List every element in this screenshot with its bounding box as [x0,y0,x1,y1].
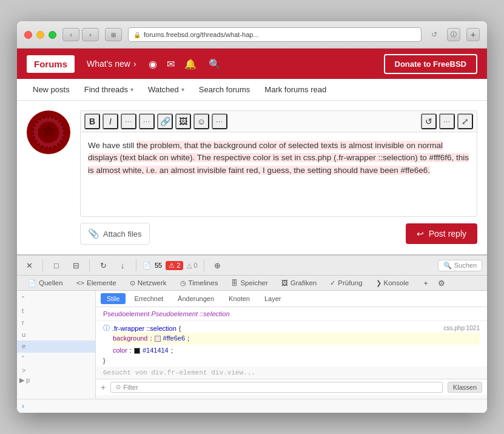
url-text: forums.freebsd.org/threads/what-hap... [144,31,259,38]
devtools-toolbar: ✕ □ ⊟ ↻ ↓ 📄 55 ⚠ 2 △ 0 ⊕ 🔍 Suchen [17,256,487,276]
sub-tab-knoten[interactable]: Knoten [223,293,256,304]
add-tab-button[interactable]: + [418,276,433,290]
tab-grafiken[interactable]: 🖼 Grafiken [275,276,323,290]
console-area[interactable]: › [17,399,487,413]
devtools-split-button[interactable]: ⊟ [69,258,83,273]
editor-actions: 📎 Attach files ↩ Post reply [80,223,477,245]
italic-button[interactable]: I [102,114,118,129]
prop-value-color: #141414 [143,345,169,357]
rule-origin[interactable]: css.php:1021 [444,325,480,331]
info-button[interactable]: ⓘ [447,28,460,41]
tab-pruefung[interactable]: ✓ Prüfung [324,276,368,290]
title-bar: ‹ › ⊞ 🔒 forums.freebsd.org/threads/what-… [17,21,487,49]
konsole-icon: ❯ [376,279,381,287]
tab-elemente[interactable]: <> Elemente [70,276,123,290]
sub-tab-aenderungen[interactable]: Änderungen [172,293,220,304]
undo-button[interactable]: ↺ [421,114,437,129]
new-posts-label: New posts [33,85,70,94]
target-button[interactable]: ⊕ [210,258,225,273]
editor-toolbar: B I ··· ··· 🔗 🖼 ☺ ··· ↺ ··· ⤢ [80,110,477,132]
lock-icon: 🔒 [133,32,141,38]
minimize-window-button[interactable] [36,31,44,39]
sub-tab-stile[interactable]: Stile [101,293,126,304]
netzwerk-icon: ⊙ [130,279,135,287]
attach-files-button[interactable]: 📎 Attach files [80,223,150,245]
tab-quellen[interactable]: 📄 Quellen [22,276,69,290]
devtools-left-panel: " t r u e " > ▶ p [17,291,96,399]
rule-selector-text[interactable]: .fr-wrapper ::selection [112,325,176,332]
whats-new-nav[interactable]: What's new › [79,59,144,69]
tab-timelines[interactable]: ◷ Timelines [174,276,224,290]
css-property-color[interactable]: color : #141414 ; [113,345,480,357]
maximize-window-button[interactable] [49,31,56,39]
sidebar-item-new-posts[interactable]: New posts [27,79,76,101]
devtools-search[interactable]: 🔍 Suchen [438,260,482,271]
sub-tab-layer[interactable]: Layer [258,293,287,304]
tab-speicher[interactable]: 🗄 Speicher [225,276,274,290]
bold-button[interactable]: B [84,114,100,129]
quellen-label: Quellen [39,279,63,287]
nav-buttons: ‹ › [62,28,99,41]
post-reply-icon: ↩ [417,229,424,239]
css-rule: ⓘ .fr-wrapper ::selection { css.php:1021… [96,321,487,367]
more-rich-button[interactable]: ··· [212,114,227,129]
site-logo[interactable]: Forums [27,55,75,73]
timelines-label: Timelines [189,279,218,287]
more-format-button[interactable]: ··· [439,114,455,129]
refresh-button[interactable]: ↺ [428,28,441,41]
search-icon[interactable]: 🔍 [209,58,221,70]
paperclip-icon: 📎 [88,228,99,239]
pseudo-element-label: Pseudoelement [103,310,152,317]
expand-button[interactable]: ⤢ [457,114,473,129]
seal-svg [28,112,69,153]
prop-colon: : [150,333,152,345]
konsole-label: Konsole [384,279,409,287]
find-threads-chevron-icon: ▾ [130,86,133,93]
settings-button[interactable]: ⚙ [434,276,449,290]
tab-konsole[interactable]: ❯ Konsole [370,276,415,290]
left-line: t [17,305,95,317]
emoji-button[interactable]: ☺ [193,114,209,129]
quellen-icon: 📄 [28,279,36,287]
left-line-selected[interactable]: e [17,341,95,353]
devtools-refresh-button[interactable]: ↻ [96,258,110,273]
tab-view-button[interactable]: ⊞ [105,28,122,41]
post-reply-button[interactable]: ↩ Post reply [406,223,477,244]
paragraph-button[interactable]: ··· [139,114,155,129]
color-swatch[interactable] [134,348,140,354]
whats-new-label: What's new [87,59,130,69]
editor-area: B I ··· ··· 🔗 🖼 ☺ ··· ↺ ··· ⤢ We have st… [80,110,477,245]
classes-button[interactable]: Klassen [448,382,482,393]
add-style-button[interactable]: + [101,382,106,392]
tab-netzwerk[interactable]: ⊙ Netzwerk [124,276,173,290]
grafiken-label: Grafiken [291,279,317,287]
forward-button[interactable]: › [82,28,99,41]
devtools-panel: ✕ □ ⊟ ↻ ↓ 📄 55 ⚠ 2 △ 0 ⊕ 🔍 Suchen [17,254,487,413]
devtools-tabs: 📄 Quellen <> Elemente ⊙ Netzwerk ◷ Timel… [17,276,487,291]
devtools-close-button[interactable]: ✕ [22,258,36,273]
bell-icon[interactable]: 🔔 [184,58,197,70]
sidebar-item-mark-read[interactable]: Mark forums read [258,79,332,101]
close-window-button[interactable] [24,31,32,39]
more-text-button[interactable]: ··· [121,114,136,129]
sub-tab-errechnet[interactable]: Errechnet [128,293,169,304]
mail-icon[interactable]: ✉ [167,58,175,70]
avatar-area [27,110,70,245]
address-bar[interactable]: 🔒 forums.freebsd.org/threads/what-hap... [128,27,422,42]
sidebar-item-search-forums[interactable]: Search forums [193,79,257,101]
donate-button[interactable]: Donate to FreeBSD [384,54,477,74]
new-tab-button[interactable]: + [466,28,480,41]
sidebar-item-find-threads[interactable]: Find threads ▾ [78,79,139,101]
devtools-undock-button[interactable]: □ [49,258,64,273]
image-button[interactable]: 🖼 [175,114,191,129]
filter-input[interactable]: ⊙ Filter [110,382,443,393]
css-property-background[interactable]: background : #ffe6e6 ; [113,333,480,345]
back-button[interactable]: ‹ [62,28,79,41]
speicher-icon: 🗄 [231,279,238,287]
background-color-swatch[interactable] [155,336,161,342]
link-button[interactable]: 🔗 [157,114,173,129]
devtools-download-button[interactable]: ↓ [115,258,130,273]
editor-body[interactable]: We have still the problem, that the back… [80,132,477,217]
circle-icon[interactable]: ◉ [149,58,157,70]
sidebar-item-watched[interactable]: Watched ▾ [142,79,190,101]
